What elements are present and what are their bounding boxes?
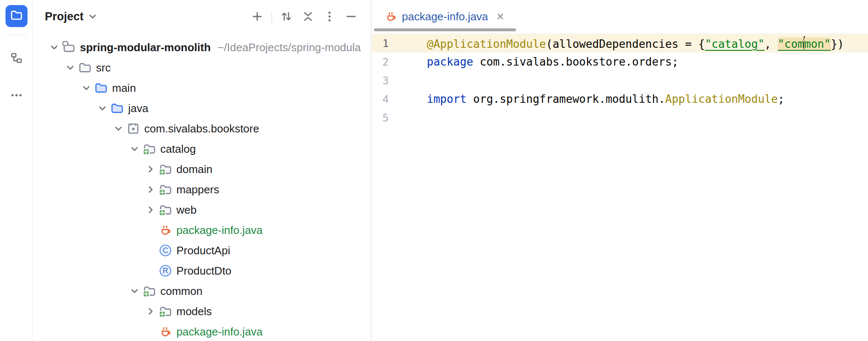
module-folder-icon <box>159 162 172 176</box>
code-token: ; <box>778 93 785 105</box>
folder-icon <box>78 61 92 74</box>
chevron-down-icon[interactable] <box>64 62 77 73</box>
chevron-down-icon[interactable] <box>80 82 93 94</box>
code-token: package <box>427 55 473 68</box>
code-token: mon" <box>804 38 831 50</box>
tree-row-src[interactable]: src <box>33 58 371 78</box>
tab-label: package-info.java <box>402 10 488 23</box>
tree-row-productdto[interactable]: RProductDto <box>33 261 371 281</box>
line-number[interactable]: 5 <box>372 112 403 124</box>
record-icon: R <box>159 264 172 278</box>
code-token: "com <box>778 38 805 50</box>
code-token: org.springframework.modulith. <box>467 93 665 105</box>
chevron-right-icon[interactable] <box>144 164 157 175</box>
project-tool-icon <box>10 9 23 23</box>
code-text: package com.sivalabs.bookstore.orders; <box>403 55 678 68</box>
tree-row-label: web <box>176 204 197 217</box>
ide-window: Project spring-modular-monolith~/IdeaPro… <box>0 0 868 341</box>
code-token: }) <box>831 38 844 50</box>
tree-row-label: catalog <box>160 143 196 156</box>
tree-row-com-sivalabs-bookstore[interactable]: com.sivalabs.bookstore <box>33 118 371 139</box>
tree-row-web[interactable]: web <box>33 200 371 220</box>
line-number[interactable]: 2 <box>372 56 403 68</box>
chevron-down-icon[interactable] <box>48 42 60 53</box>
project-tool-window: Project spring-modular-monolith~/IdeaPro… <box>33 0 371 341</box>
tree-row-label: main <box>112 82 136 95</box>
active-tab-underline <box>374 28 516 31</box>
tree-row-common[interactable]: common <box>33 281 371 301</box>
options-button[interactable] <box>322 9 337 24</box>
editor-tab-bar: package-info.java <box>372 0 868 33</box>
tree-row-models[interactable]: models <box>33 301 371 322</box>
code-line[interactable]: 3 <box>372 71 868 90</box>
tree-row-package-info-java[interactable]: package-info.java <box>33 220 371 240</box>
tree-row-label: spring-modular-monolith <box>80 41 211 54</box>
close-icon[interactable] <box>495 11 505 22</box>
tree-row-label: package-info.java <box>176 325 263 338</box>
tree-row-label: models <box>176 305 212 318</box>
tab-package-info-java[interactable]: package-info.java <box>372 0 516 33</box>
project-folder-icon <box>62 41 76 54</box>
tree-row-label: java <box>128 102 148 115</box>
tree-row-spring-modular-monolith[interactable]: spring-modular-monolith~/IdeaProjects/sp… <box>33 37 371 58</box>
code-token: ApplicationModule <box>665 93 778 105</box>
source-folder-icon <box>110 102 124 115</box>
package-info-icon <box>385 10 397 23</box>
code-token: com.sivalabs.bookstore.orders; <box>473 55 678 68</box>
tree-row-mappers[interactable]: mappers <box>33 179 371 200</box>
chevron-right-icon[interactable] <box>144 306 157 317</box>
collapse-all-button[interactable] <box>301 9 315 24</box>
structure-tool-button[interactable] <box>5 48 27 70</box>
module-folder-icon <box>159 203 172 217</box>
line-number[interactable]: 3 <box>372 74 403 87</box>
module-folder-icon <box>159 183 172 196</box>
tree-row-label: src <box>96 61 111 74</box>
hide-button[interactable] <box>344 9 358 24</box>
chevron-down-icon[interactable] <box>96 103 109 114</box>
package-info-icon <box>159 325 172 338</box>
code-line[interactable]: 5 <box>372 108 868 127</box>
tree-row-catalog[interactable]: catalog <box>33 139 371 159</box>
chevron-down-icon[interactable] <box>112 123 125 134</box>
svg-text:R: R <box>163 267 168 275</box>
tree-row-label: ProductDto <box>176 264 231 278</box>
chevron-down-icon[interactable] <box>87 11 98 22</box>
line-number[interactable]: 4 <box>372 93 403 105</box>
chevron-right-icon[interactable] <box>144 204 157 215</box>
code-token: (allowedDependencies = { <box>546 38 705 50</box>
editor-area[interactable]: package-info.java 1@ApplicationModule(al… <box>372 0 868 341</box>
tree-row-package-info-java[interactable]: package-info.java <box>33 322 371 341</box>
tree-row-productapi[interactable]: CProductApi <box>33 240 371 261</box>
code-token: @ApplicationModule <box>427 38 546 50</box>
project-panel-header: Project <box>33 0 371 33</box>
tree-row-label: domain <box>176 163 212 176</box>
tree-row-domain[interactable]: domain <box>33 159 371 179</box>
code-line[interactable]: 1@ApplicationModule(allowedDependencies … <box>372 34 868 52</box>
chevron-down-icon[interactable] <box>128 286 141 297</box>
tree-row-java[interactable]: java <box>33 98 371 118</box>
line-number[interactable]: 1 <box>372 37 403 50</box>
tree-row-label: package-info.java <box>176 224 263 237</box>
more-tools-button[interactable] <box>5 85 27 107</box>
code-line[interactable]: 4import org.springframework.modulith.App… <box>372 90 868 108</box>
chevron-right-icon[interactable] <box>144 184 157 195</box>
package-icon <box>126 122 140 135</box>
tree-row-main[interactable]: main <box>33 78 371 98</box>
module-folder-icon <box>143 284 156 298</box>
panel-title: Project <box>45 10 84 23</box>
code-line[interactable]: 2package com.sivalabs.bookstore.orders; <box>372 52 868 71</box>
chevron-down-icon[interactable] <box>128 143 141 154</box>
code-token: import <box>427 93 467 105</box>
toolbar-divider <box>272 11 272 22</box>
select-opened-file-button[interactable] <box>279 9 294 24</box>
code-text: @ApplicationModule(allowedDependencies =… <box>403 36 844 50</box>
code-editor[interactable]: 1@ApplicationModule(allowedDependencies … <box>372 33 868 341</box>
project-tool-button[interactable] <box>5 5 27 27</box>
project-tree: spring-modular-monolith~/IdeaProjects/sp… <box>33 37 371 341</box>
tree-row-label: mappers <box>176 183 219 196</box>
class-icon: C <box>159 244 172 257</box>
add-button[interactable] <box>250 9 264 24</box>
activity-bar-divider <box>6 35 27 35</box>
tree-row-label: com.sivalabs.bookstore <box>144 122 259 135</box>
source-folder-icon <box>94 81 108 95</box>
